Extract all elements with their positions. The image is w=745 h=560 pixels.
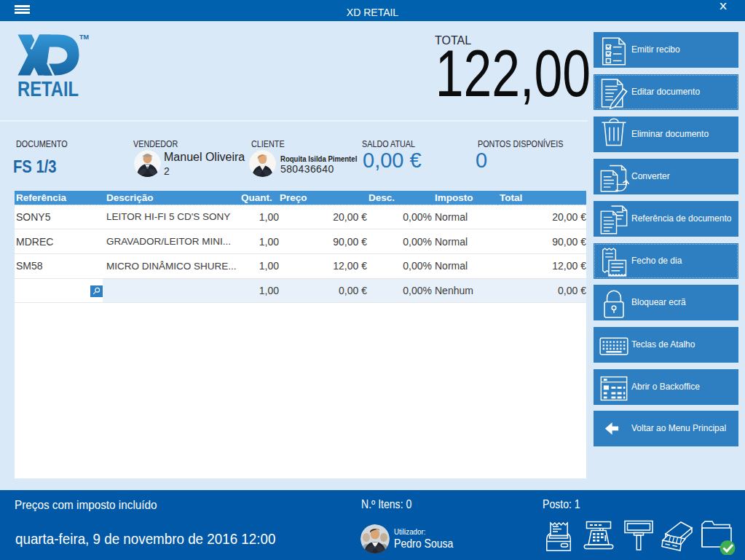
svg-text:TM: TM: [79, 33, 89, 41]
svg-text:RETAIL: RETAIL: [17, 77, 79, 100]
